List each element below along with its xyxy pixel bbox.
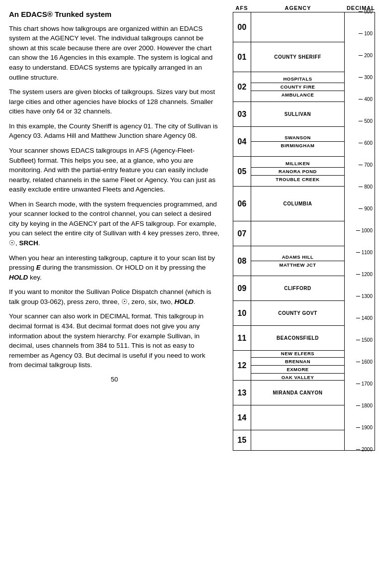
afs-cell: 07	[233, 221, 251, 246]
agency-block: ADAMS HILLMATTHEW JCT	[251, 246, 344, 276]
decimal-label: 1900	[345, 425, 373, 430]
afs-cell: 08	[233, 246, 251, 276]
afs-cell: 03	[233, 102, 251, 127]
decimal-label: 700	[345, 162, 373, 168]
agency-sub-entry: MILLIKEN	[251, 160, 344, 167]
decimal-label: 1700	[345, 381, 373, 387]
afs-cell: 12	[233, 351, 251, 381]
decimal-label: 000	[345, 9, 373, 14]
agency-sub-entry: BRENNAN	[251, 358, 344, 365]
agency-column: COUNTY SHERIFFHOSPITALSCOUNTY FIREAMBULA…	[251, 12, 345, 450]
agency-block: MIRANDA CANYON	[251, 381, 344, 405]
agency-sub-entry: NEW ELFERS	[251, 350, 344, 357]
chart-body: 00010203040506070809101112131415COUNTY S…	[233, 12, 375, 451]
agency-sub-entry: AMBULANCE	[251, 91, 344, 98]
header-agency: AGENCY	[251, 5, 345, 11]
agency-block: CLIFFORD	[251, 276, 344, 301]
paragraph-1: This chart shows how talkgroups are orga…	[9, 24, 220, 82]
paragraph-8: Your scanner can also work in DECIMAL fo…	[9, 311, 220, 370]
agency-sub-entry: MATTHEW JCT	[251, 261, 344, 269]
decimal-label: 1200	[345, 272, 373, 277]
agency-sub-entry: COUNTY FIRE	[251, 83, 344, 91]
agency-block: MILLIKENRANORA PONDTROUBLE CREEK	[251, 157, 344, 187]
decimal-label: 1300	[345, 294, 373, 299]
afs-cell: 14	[233, 405, 251, 430]
afs-cell: 02	[233, 72, 251, 102]
left-panel: An EDACS® Trunked system This chart show…	[0, 0, 229, 588]
agency-block: COLUMBIA	[251, 187, 344, 221]
afs-cell: 11	[233, 326, 251, 351]
agency-block: SWANSONBIRMINGHAM	[251, 127, 344, 157]
decimal-label: 300	[345, 75, 373, 80]
paragraph-4: Your scanner shows EDACS talkgroups in A…	[9, 146, 220, 195]
afs-cell: 13	[233, 381, 251, 405]
header-afs: AFS	[233, 5, 251, 11]
agency-block	[251, 12, 344, 42]
decimal-label: 600	[345, 140, 373, 146]
agency-sub-entry: SWANSON	[251, 134, 344, 141]
agency-sub-entry: EXMORE	[251, 366, 344, 373]
decimal-label: 800	[345, 184, 373, 190]
agency-block	[251, 430, 344, 450]
agency-sub-entry: ADAMS HILL	[251, 253, 344, 261]
afs-cell: 06	[233, 187, 251, 221]
agency-sub-entry: RANORA POND	[251, 168, 344, 175]
page-title: An EDACS® Trunked system	[9, 9, 220, 20]
afs-cell: 05	[233, 157, 251, 187]
agency-block	[251, 221, 344, 246]
agency-block: HOSPITALSCOUNTY FIREAMBULANCE	[251, 72, 344, 102]
agency-block	[251, 405, 344, 430]
page-number: 50	[9, 375, 220, 385]
decimal-label: 2000	[345, 447, 373, 452]
afs-cell: 10	[233, 301, 251, 326]
decimal-label: 1600	[345, 359, 373, 365]
right-panel: AFS AGENCY DECIMAL 000102030405060708091…	[229, 0, 379, 588]
decimal-label: 400	[345, 97, 373, 102]
decimal-label: 100	[345, 31, 373, 36]
decimal-label: 1500	[345, 337, 373, 343]
agency-sub-entry: OAK VALLEY	[251, 374, 344, 381]
agency-block: COUNTY SHERIFF	[251, 42, 344, 72]
agency-block: SULLIVAN	[251, 102, 344, 127]
afs-cell: 15	[233, 430, 251, 450]
paragraph-6: When you hear an interesting talkgroup, …	[9, 253, 220, 283]
paragraph-2: The system users are given blocks of tal…	[9, 87, 220, 116]
afs-column: 00010203040506070809101112131415	[233, 12, 251, 450]
decimal-label: 900	[345, 206, 373, 211]
afs-cell: 09	[233, 276, 251, 301]
agency-sub-entry: HOSPITALS	[251, 75, 344, 83]
decimal-label: 200	[345, 53, 373, 58]
paragraph-3: In this example, the County Sheriff is a…	[9, 121, 220, 141]
decimal-label: 1000	[345, 228, 373, 233]
agency-block: NEW ELFERSBRENNANEXMOREOAK VALLEY	[251, 351, 344, 381]
decimal-label: 1400	[345, 315, 373, 321]
agency-block: BEACONSFIELD	[251, 326, 344, 351]
decimal-label: 500	[345, 118, 373, 124]
agency-sub-entry: TROUBLE CREEK	[251, 176, 344, 183]
decimal-label: 1100	[345, 250, 373, 255]
afs-cell: 01	[233, 42, 251, 72]
agency-block: COUNTY GOVT	[251, 301, 344, 326]
paragraph-7: If you want to monitor the Sullivan Poli…	[9, 287, 220, 306]
agency-sub-entry: BIRMINGHAM	[251, 142, 344, 149]
afs-cell: 04	[233, 127, 251, 157]
decimal-label: 1800	[345, 403, 373, 408]
decimal-column: 0001002003004005006007008009001000110012…	[345, 12, 375, 450]
paragraph-5: When in Search mode, with the system fre…	[9, 199, 220, 248]
afs-cell: 00	[233, 12, 251, 42]
